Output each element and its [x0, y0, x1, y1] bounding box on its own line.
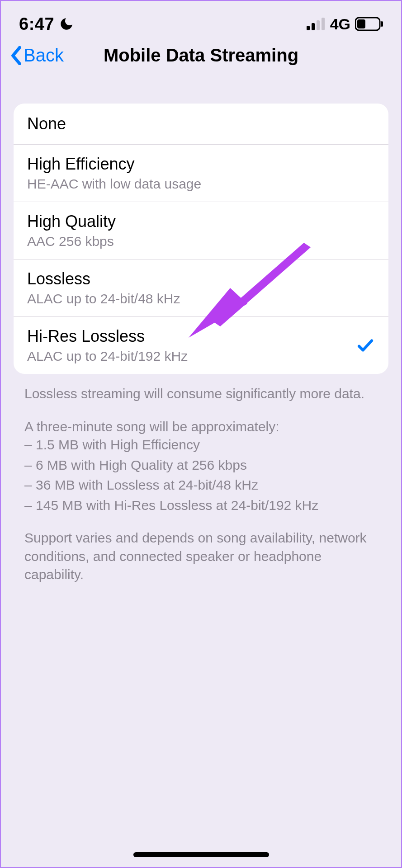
checkmark-icon [356, 336, 375, 355]
back-label: Back [24, 45, 64, 66]
svg-rect-2 [317, 20, 320, 30]
option-subtitle: ALAC up to 24-bit/192 kHz [27, 349, 356, 364]
option-title: None [27, 114, 375, 133]
footer-info: Lossless streaming will consume signific… [24, 385, 378, 584]
svg-rect-1 [312, 23, 315, 30]
option-title: Hi-Res Lossless [27, 327, 356, 346]
option-high-efficiency[interactable]: High Efficiency HE-AAC with low data usa… [14, 144, 388, 202]
option-title: High Quality [27, 212, 375, 231]
footer-line: – 1.5 MB with High Efficiency [24, 436, 378, 454]
option-none[interactable]: None [14, 104, 388, 144]
svg-rect-0 [307, 26, 310, 30]
footer-line: – 36 MB with Lossless at 24-bit/48 kHz [24, 476, 378, 495]
battery-icon [355, 17, 384, 31]
option-title: Lossless [27, 269, 375, 288]
footer-paragraph-2: A three-minute song will be approximatel… [24, 418, 378, 515]
do-not-disturb-icon [59, 16, 74, 32]
option-subtitle: AAC 256 kbps [27, 234, 375, 249]
chevron-left-icon [10, 46, 23, 65]
nav-bar: Back Mobile Data Streaming [1, 37, 401, 85]
status-bar: 6:47 4G [1, 1, 401, 37]
footer-paragraph-3: Support varies and depends on song avail… [24, 529, 378, 584]
streaming-options-group: None High Efficiency HE-AAC with low dat… [14, 104, 388, 374]
svg-rect-6 [381, 21, 383, 27]
option-hi-res-lossless[interactable]: Hi-Res Lossless ALAC up to 24-bit/192 kH… [14, 316, 388, 374]
footer-line: – 145 MB with Hi-Res Lossless at 24-bit/… [24, 496, 378, 515]
option-subtitle: HE-AAC with low data usage [27, 176, 375, 192]
footer-line: – 6 MB with High Quality at 256 kbps [24, 456, 378, 475]
back-button[interactable]: Back [10, 45, 64, 66]
option-title: High Efficiency [27, 155, 375, 174]
cellular-signal-icon [307, 18, 326, 30]
option-high-quality[interactable]: High Quality AAC 256 kbps [14, 202, 388, 259]
option-lossless[interactable]: Lossless ALAC up to 24-bit/48 kHz [14, 259, 388, 316]
home-indicator[interactable] [133, 852, 269, 857]
option-subtitle: ALAC up to 24-bit/48 kHz [27, 291, 375, 307]
footer-paragraph-1: Lossless streaming will consume signific… [24, 385, 378, 403]
svg-rect-3 [322, 18, 325, 30]
svg-rect-5 [357, 19, 365, 28]
status-time: 6:47 [19, 14, 54, 34]
network-label: 4G [330, 15, 350, 33]
